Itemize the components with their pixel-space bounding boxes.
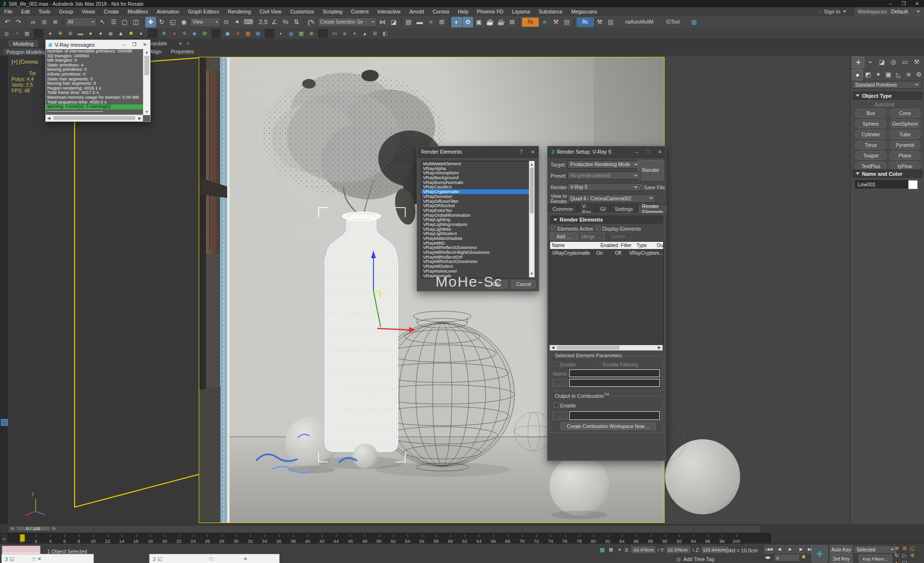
- dialog-titlebar[interactable]: Render Elements ? ✕: [417, 146, 539, 157]
- previous-frame-icon[interactable]: <: [9, 526, 16, 531]
- menu-item[interactable]: Arnold: [405, 9, 428, 14]
- restore-icon[interactable]: ◱: [157, 556, 162, 562]
- elements-active-checkbox[interactable]: ✓: [551, 226, 556, 231]
- previous-key-button[interactable]: ◀|: [775, 545, 784, 553]
- menu-item[interactable]: Modifiers: [123, 9, 153, 14]
- selection-lock-icon[interactable]: ⊠: [607, 546, 615, 553]
- go-to-start-button[interactable]: |◀◀: [764, 545, 774, 553]
- menu-item[interactable]: Corona: [428, 9, 453, 14]
- colorful-sphere-icon[interactable]: ◍: [689, 17, 699, 27]
- layer-manager-icon[interactable]: ▤: [403, 17, 414, 27]
- script-icon[interactable]: ✚: [55, 29, 65, 38]
- primitives-category-dropdown[interactable]: Standard Primitives: [852, 81, 922, 89]
- vertical-scrollbar[interactable]: ▲ ▼: [143, 49, 150, 115]
- background-window[interactable]: 3 ◱ □ ✕: [149, 554, 280, 563]
- view-to-render-dropdown[interactable]: Quad 4 - CoronaCamera002: [567, 194, 656, 203]
- list-tool-icon[interactable]: ▤: [562, 17, 572, 27]
- renderer-dropdown[interactable]: V-Ray 5: [567, 183, 641, 191]
- wrench-icon[interactable]: ⚒: [551, 17, 561, 27]
- current-frame-marker[interactable]: [20, 534, 25, 542]
- name-color-rollout[interactable]: Name and Color: [852, 170, 923, 178]
- material-editor-icon[interactable]: ◐: [451, 17, 462, 27]
- horizontal-scrollbar[interactable]: ◀ ▶: [46, 115, 143, 121]
- script-icon[interactable]: ◧: [380, 29, 390, 38]
- script-icon[interactable]: ◔: [12, 29, 22, 38]
- script-icon[interactable]: ●: [136, 29, 146, 38]
- restore-icon[interactable]: ◱: [10, 556, 14, 562]
- object-type-button[interactable]: Plane: [889, 151, 921, 160]
- object-name-field[interactable]: Line001: [855, 180, 908, 188]
- render-button[interactable]: Render: [638, 160, 664, 180]
- object-type-button[interactable]: Cylinder: [855, 130, 886, 139]
- maximize-icon[interactable]: ❒: [642, 148, 654, 156]
- minimize-icon[interactable]: –: [631, 148, 642, 156]
- snaps-toggle-icon[interactable]: 2.5: [258, 17, 269, 27]
- forest-pack-icon[interactable]: ♣: [539, 17, 550, 27]
- script-icon[interactable]: ❄: [159, 29, 169, 38]
- cameras-category-icon[interactable]: ▣: [884, 69, 893, 79]
- ribbon-toggle-icon[interactable]: ▬: [414, 17, 425, 27]
- script-icon[interactable]: ●: [86, 29, 95, 38]
- maximize-icon[interactable]: □: [210, 556, 213, 562]
- close-icon[interactable]: ✕: [244, 556, 247, 562]
- scrollbar-thumb[interactable]: [144, 56, 149, 75]
- menu-item[interactable]: Rendering: [223, 9, 255, 14]
- maximize-viewport-icon[interactable]: ◲: [901, 559, 908, 563]
- menu-item[interactable]: Substance: [534, 9, 567, 14]
- add-edit-keys-button[interactable]: ✛: [811, 545, 828, 563]
- script-icon[interactable]: ▬: [76, 29, 85, 38]
- next-key-button[interactable]: |▶: [796, 545, 806, 553]
- combustion-enable-checkbox[interactable]: [554, 403, 559, 407]
- spacewarps-category-icon[interactable]: ≋: [904, 69, 913, 79]
- x-coordinate-field[interactable]: -15.475cm: [630, 546, 656, 554]
- script-icon[interactable]: ⊞: [370, 29, 380, 38]
- enable-checkbox[interactable]: [554, 362, 559, 367]
- select-object-icon[interactable]: ↖: [97, 17, 108, 27]
- undo-icon[interactable]: ↶: [2, 17, 13, 27]
- minimize-icon[interactable]: –: [884, 0, 897, 7]
- object-type-button[interactable]: GeoSphere: [889, 119, 921, 128]
- window-crossing-icon[interactable]: ◫: [130, 17, 141, 27]
- script-icon[interactable]: ◍: [286, 29, 296, 38]
- z-coordinate-field[interactable]: 123.644cm: [701, 546, 729, 554]
- background-window[interactable]: 3 ◱ □ ✕: [1, 554, 94, 563]
- browse-button[interactable]: ...: [552, 379, 567, 387]
- ribbon-collapse-icon[interactable]: ▾: [179, 40, 181, 46]
- zoom-icon[interactable]: ⊕: [893, 545, 900, 551]
- combustion-browse-button[interactable]: ...: [552, 411, 567, 420]
- rollout-header[interactable]: Render Elements: [550, 216, 663, 223]
- ribbon-align-button[interactable]: Align: [150, 49, 161, 54]
- ribbon-expand-icon[interactable]: ˄: [187, 40, 190, 46]
- key-mode-icon[interactable]: ◀▶: [764, 554, 771, 561]
- script-icon[interactable]: ✿: [200, 29, 209, 38]
- unlink-selection-icon[interactable]: ⊘: [39, 17, 50, 27]
- menu-item[interactable]: Scripting: [319, 9, 347, 14]
- play-button[interactable]: ▶: [785, 545, 795, 553]
- combustion-path-field[interactable]: [569, 411, 660, 420]
- close-icon[interactable]: ✕: [911, 0, 924, 7]
- orbit-icon[interactable]: ↻: [893, 552, 900, 559]
- script-icon[interactable]: ▣: [253, 29, 263, 38]
- phoenix-fd-button[interactable]: Fp: [522, 17, 539, 27]
- script-icon[interactable]: ▩: [243, 29, 253, 38]
- render-iterative-icon[interactable]: ☕: [496, 17, 506, 27]
- cancel-button[interactable]: Cancel: [512, 280, 536, 288]
- menu-item[interactable]: Create: [100, 9, 124, 14]
- scrollbar-thumb[interactable]: [53, 116, 135, 120]
- wrench2-icon[interactable]: ⚒: [594, 17, 605, 27]
- geometry-category-icon[interactable]: ●: [852, 69, 863, 80]
- render-production-icon[interactable]: ☕: [485, 17, 495, 27]
- menu-item[interactable]: Civil View: [256, 9, 286, 14]
- script-icon[interactable]: ●: [45, 29, 55, 38]
- element-name-field[interactable]: [569, 369, 660, 377]
- rendered-frame-icon[interactable]: ▣: [474, 17, 484, 27]
- menu-item[interactable]: Phoenix FD: [473, 9, 508, 14]
- script-icon[interactable]: ●: [96, 29, 105, 38]
- display-elements-checkbox[interactable]: ✓: [596, 226, 601, 231]
- current-frame-field[interactable]: 0: [774, 554, 800, 562]
- script-icon[interactable]: ✚: [233, 29, 243, 38]
- select-and-place-icon[interactable]: ◉: [179, 17, 189, 27]
- vertical-scrollbar[interactable]: ▲ ▼: [529, 161, 535, 277]
- tab[interactable]: Common: [548, 204, 578, 213]
- enable-filtering-checkbox[interactable]: [597, 362, 602, 367]
